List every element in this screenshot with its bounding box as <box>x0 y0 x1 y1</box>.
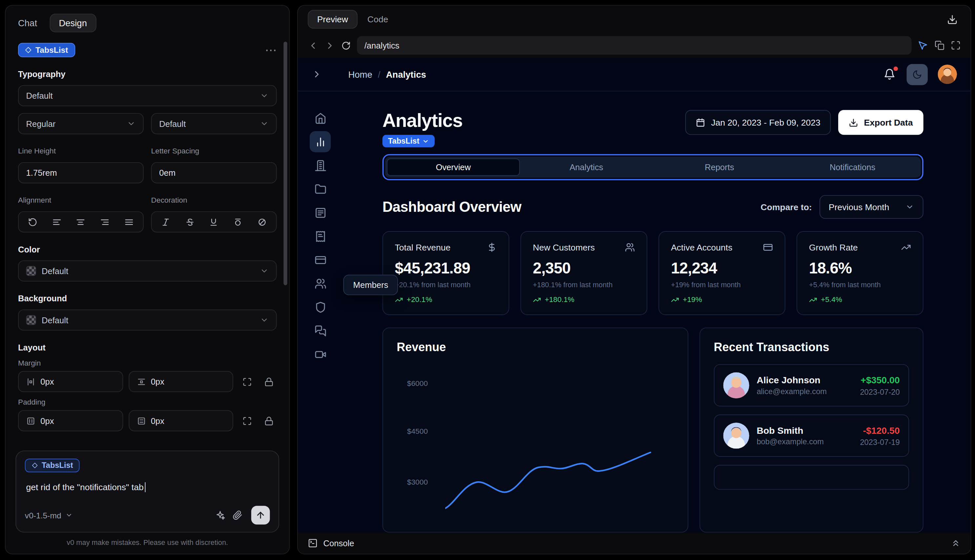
tab-chat[interactable]: Chat <box>18 18 37 28</box>
tab-code[interactable]: Code <box>367 15 388 24</box>
stat-value: 12,234 <box>671 259 773 277</box>
line-height-input[interactable]: 1.75rem <box>18 162 144 183</box>
margin-row: 0px 0px <box>18 371 277 392</box>
trend-up-icon <box>671 295 679 303</box>
margin-lock-button[interactable] <box>260 373 277 390</box>
font-weight-select[interactable]: Regular <box>18 113 144 134</box>
chevrons-up-icon[interactable] <box>951 538 960 548</box>
tab-preview[interactable]: Preview <box>308 10 357 28</box>
align-right-button[interactable] <box>96 214 114 230</box>
decoration-toolbar <box>151 211 277 232</box>
sidebar-expand-button[interactable] <box>312 69 322 79</box>
font-size-select[interactable]: Default <box>151 113 277 134</box>
shield-icon <box>314 301 326 313</box>
transaction-email: bob@example.com <box>756 437 852 446</box>
users-icon <box>314 277 326 289</box>
stat-value: $45,231.89 <box>395 259 497 277</box>
italic-button[interactable] <box>157 214 174 230</box>
transactions-card: Recent Transactions <box>700 328 923 532</box>
sidebar-item-video[interactable] <box>310 343 331 365</box>
tab-analytics[interactable]: Analytics <box>520 158 653 176</box>
align-center-button[interactable] <box>72 214 90 230</box>
refresh-button[interactable] <box>342 41 351 50</box>
attach-file-button[interactable] <box>229 507 246 524</box>
stat-label: Active Accounts <box>671 242 732 252</box>
transactions-title: Recent Transactions <box>714 341 909 355</box>
panel-scrollbar[interactable] <box>284 42 287 285</box>
download-project-button[interactable] <box>943 10 960 28</box>
color-select[interactable]: Default <box>18 260 277 281</box>
tab-design[interactable]: Design <box>50 14 96 32</box>
margin-expand-button[interactable] <box>239 373 255 390</box>
sidebar-item-security[interactable] <box>310 297 331 317</box>
sidebar-item-members[interactable] <box>310 273 331 294</box>
compare-select[interactable]: Previous Month <box>820 195 923 219</box>
back-button[interactable] <box>308 40 318 50</box>
console-bar[interactable]: Console <box>298 532 971 553</box>
url-bar[interactable]: /analytics <box>357 36 912 55</box>
align-justify-button[interactable] <box>120 214 138 230</box>
align-left-button[interactable] <box>48 214 65 230</box>
tab-reports[interactable]: Reports <box>653 158 786 176</box>
preview-header: Preview Code <box>298 5 971 33</box>
transaction-date: 2023-07-19 <box>860 438 900 447</box>
tab-notifications[interactable]: Notifications <box>786 158 919 176</box>
y-axis-tick: $6000 <box>395 379 428 388</box>
selection-overlay-badge[interactable]: TabsList <box>382 135 435 147</box>
send-button[interactable] <box>251 506 270 525</box>
stat-label: Growth Rate <box>809 242 858 252</box>
padding-x-input[interactable]: 0px <box>18 410 123 431</box>
margin-y-input[interactable]: 0px <box>128 371 233 392</box>
transaction-row[interactable]: Alice Johnson alice@example.com +$350.00… <box>714 364 909 407</box>
stat-value: 18.6% <box>809 259 911 277</box>
selected-component-chip[interactable]: TabsList <box>18 43 75 57</box>
letter-spacing-input[interactable]: 0em <box>151 162 277 183</box>
sidebar-item-messages[interactable] <box>310 320 331 341</box>
sidebar-item-forms[interactable] <box>310 202 331 223</box>
strikethrough-button[interactable] <box>181 214 199 230</box>
model-select[interactable]: v0-1.5-md <box>25 510 72 520</box>
fullscreen-button[interactable] <box>951 40 960 50</box>
color-section-label: Color <box>18 245 277 254</box>
transaction-row[interactable]: Bob Smith bob@example.com -$120.50 2023-… <box>714 415 909 457</box>
chevron-right-icon <box>324 40 335 50</box>
forward-button[interactable] <box>324 40 335 50</box>
user-avatar[interactable] <box>938 65 957 84</box>
preview-panel: Preview Code /analytics Home / Analytics <box>297 5 972 555</box>
chevron-down-icon <box>127 119 136 128</box>
stat-subtext: +19% from last month <box>671 281 773 288</box>
tab-overview[interactable]: Overview <box>387 158 520 176</box>
no-decoration-button[interactable] <box>254 214 271 230</box>
margin-x-input[interactable]: 0px <box>18 371 123 392</box>
background-select[interactable]: Default <box>18 310 277 330</box>
padding-label: Padding <box>18 398 277 407</box>
padding-expand-button[interactable] <box>239 413 255 429</box>
sidebar-item-billing[interactable] <box>310 249 331 270</box>
form-icon <box>314 207 326 218</box>
sidebar-item-analytics[interactable] <box>310 131 331 152</box>
date-range-button[interactable]: Jan 20, 2023 - Feb 09, 2023 <box>685 110 831 135</box>
composer-component-chip[interactable]: TabsList <box>25 459 80 472</box>
notifications-button[interactable] <box>883 68 895 80</box>
padding-y-input[interactable]: 0px <box>128 410 233 431</box>
theme-toggle-button[interactable] <box>907 63 928 85</box>
reset-alignment-button[interactable] <box>24 214 41 230</box>
more-menu-button[interactable]: ⋯ <box>265 44 277 56</box>
inspect-button[interactable] <box>918 40 928 50</box>
font-family-select[interactable]: Default <box>18 85 277 106</box>
padding-lock-button[interactable] <box>260 413 277 429</box>
sidebar-item-home[interactable] <box>310 108 331 128</box>
composer-input[interactable]: get rid of the "notifications" tab <box>26 482 269 493</box>
sidebar-item-invoices[interactable] <box>310 225 331 247</box>
color-value: Default <box>42 266 68 275</box>
underline-button[interactable] <box>205 214 222 230</box>
overline-button[interactable] <box>229 214 247 230</box>
chat-composer[interactable]: TabsList get rid of the "notifications" … <box>15 450 279 532</box>
breadcrumb-home[interactable]: Home <box>348 69 372 79</box>
enhance-prompt-button[interactable] <box>211 507 229 524</box>
sidebar-item-projects[interactable] <box>310 178 331 199</box>
sidebar-item-organization[interactable] <box>310 155 331 176</box>
export-data-button[interactable]: Export Data <box>838 110 923 135</box>
font-size-value: Default <box>159 119 186 128</box>
duplicate-button[interactable] <box>935 40 945 50</box>
